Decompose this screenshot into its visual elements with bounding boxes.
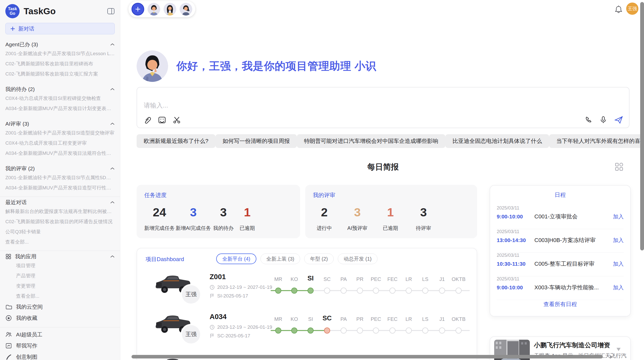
app-item-product-mgmt[interactable]: 产品管理 — [5, 271, 115, 281]
my-apps-label-wrap: 我的应用 — [5, 253, 36, 260]
my-review-title: 我的评审 — [313, 191, 470, 199]
scroll-right-arrow[interactable] — [610, 355, 613, 359]
sidebar-item[interactable]: Z001-全新燃油轻卡产品开发项目SI节点属性5D文件评审 — [5, 173, 115, 183]
section-header-my-todo[interactable]: 我的待办 (2) — [5, 85, 115, 93]
apps-view-all[interactable]: 查看全部... — [5, 291, 115, 301]
milestone-dot — [324, 288, 330, 294]
section-header-recent-chats[interactable]: 最近对话 — [5, 198, 115, 206]
sidebar-item[interactable]: C0X4-动力总成开发项目SI里程碑提交物检查 — [5, 93, 115, 103]
vertical-scrollbar[interactable] — [640, 2, 644, 250]
milestone-label: LS — [422, 316, 428, 322]
section-header-ai-review[interactable]: AI评审 (3) — [5, 120, 115, 128]
section-header-my-apps[interactable]: 我的应用 — [5, 252, 115, 261]
project-owner-badge: 王强 — [182, 285, 200, 304]
milestone-dot — [456, 288, 462, 294]
my-review-card: 我的评审 2 进行中 3 AI预评审 1 已逾期 3 待评审 — [305, 185, 477, 238]
attachment-icon[interactable] — [143, 116, 151, 124]
sidebar-item[interactable]: Z001-全新燃油轻卡产品开发项目SI造型提交物评审 — [5, 128, 115, 138]
join-button[interactable]: 加入 — [613, 213, 624, 220]
section-header-my-review[interactable]: 我的评审 (2) — [5, 164, 115, 173]
assistant-avatar — [137, 50, 168, 82]
sidebar-item[interactable]: C0X4-动力总成开发项目工程变更评审 — [5, 138, 115, 148]
chat-input[interactable] — [144, 100, 525, 111]
project-current-node: SC-2025-05-17 — [210, 333, 250, 339]
suggestion-chips: 欧洲新规最近颁布了什么? 如何写一份清晰的项目周报 特朗普可能对进口汽车增税会对… — [137, 134, 615, 148]
new-chat-button[interactable]: 新对话 — [5, 23, 115, 34]
event-time: 9:00-10:00 — [497, 284, 534, 291]
image-icon[interactable] — [158, 116, 166, 124]
add-session-button[interactable] — [131, 3, 144, 16]
sidebar-collapse-icon[interactable] — [107, 8, 115, 14]
sidebar-item-help-me-write[interactable]: 帮我写作 — [5, 340, 115, 351]
app-item-change-mgmt[interactable]: 变更管理 — [5, 281, 115, 291]
join-button[interactable]: 加入 — [613, 284, 624, 291]
project-row-a034[interactable]: 王强 A034 2023-12-19 ~ 2026-01-19 SC-2025-… — [137, 311, 477, 349]
sidebar-item-cloud-space[interactable]: 我的云空间 — [5, 301, 115, 312]
app-item-project-mgmt[interactable]: 项目管理 — [5, 261, 115, 271]
suggestion-chip[interactable]: 如何写一份清晰的项目周报 — [215, 134, 297, 148]
filter-powertrain[interactable]: 动总开发 (1) — [338, 253, 377, 264]
stat-value: 1 — [244, 205, 251, 219]
filter-all-new-platform[interactable]: 全新平台 (4) — [216, 253, 256, 264]
section-header-agent-done[interactable]: Agent已办 (3) — [5, 40, 115, 49]
milestone-label: KO — [291, 316, 298, 322]
suggestion-chip[interactable]: 比亚迪全固态电池计划具体说了什么 — [445, 134, 549, 148]
milestone-label: OKTB — [452, 316, 465, 322]
milestone-label: MR — [274, 316, 282, 322]
milestone-dot — [439, 327, 445, 334]
project-row-z001[interactable]: 王强 Z001 2023-12-19 ~ 2027-01-19 SI-2025-… — [137, 271, 477, 309]
scroll-down-arrow[interactable] — [617, 348, 621, 351]
sidebar-header: Task Go TaskGo — [5, 4, 115, 19]
suggestion-chip[interactable]: 欧洲新规最近颁布了什么? — [137, 134, 215, 148]
join-button[interactable]: 加入 — [613, 237, 624, 244]
event-name: C003|H0B-方案冻结评审 — [534, 236, 613, 244]
milestone-label: PEC — [371, 316, 381, 322]
sidebar-item[interactable]: A034-全新新能源MUV产品开发项目法规符合性评审 — [5, 148, 115, 158]
dashboard-title: 项目Dashboard — [145, 256, 184, 263]
sidebar-item-ai-super-staff[interactable]: AI超级员工 — [5, 329, 115, 340]
section-label: 我的待办 (2) — [5, 86, 35, 93]
stat-value: 3 — [420, 205, 427, 219]
phone-icon[interactable] — [585, 116, 592, 124]
session-avatar-3[interactable] — [180, 3, 192, 16]
sidebar-item[interactable]: C02-飞腾新能源轻客改款项目立项汇报方案 — [5, 69, 115, 79]
stat-value: 1 — [387, 205, 394, 219]
help-me-write-label: 帮我写作 — [16, 342, 37, 349]
recent-chat-item[interactable]: 公司Q3轻卡销量 — [5, 227, 115, 237]
notifications-bell-icon[interactable] — [614, 5, 623, 14]
session-avatar-1[interactable] — [148, 3, 160, 16]
apps-grid-icon — [5, 253, 11, 260]
sidebar-item-favorites[interactable]: 我的收藏 — [5, 312, 115, 324]
event-name: C005-整车工程目标评审 — [534, 260, 613, 268]
recent-chat-item[interactable]: 解释最新出台的欧盟报废车法规再生塑料比例被调至15%... — [5, 206, 115, 217]
stat-label: 已逾期 — [383, 225, 398, 232]
milestone-dot — [373, 327, 379, 334]
stat-label: 进行中 — [317, 225, 332, 232]
event-time: 10:30-11:30 — [497, 261, 534, 267]
briefing-layout-icon[interactable] — [614, 162, 624, 171]
microphone-icon[interactable] — [599, 116, 607, 124]
suggestion-chip[interactable]: 特朗普可能对进口汽车增税会对中国车企造成哪些影响 — [297, 134, 445, 148]
suggestion-chip[interactable]: 当下年轻人对汽车外观有怎样的喜好趋势 — [549, 134, 644, 148]
event-name: X003-车辆动力学性能验... — [534, 284, 613, 291]
sidebar-item[interactable]: A034-全新新能源MUV产品开发项目造型可行性评审 — [5, 183, 115, 193]
schedule-title: 日程 — [490, 191, 630, 199]
sidebar-item[interactable]: Z001-全新燃油皮卡产品开发项目SI节点Lesson Learn报告 — [5, 49, 115, 59]
sidebar-item-creative-drawing[interactable]: 创意制图 — [5, 351, 115, 360]
session-avatar-2[interactable] — [164, 3, 176, 16]
milestone-dot — [357, 327, 363, 334]
greeting-block: 你好，王强，我是你的项目管理助理 小识 — [137, 50, 376, 82]
scissors-icon[interactable] — [173, 116, 181, 124]
recent-chat-item[interactable]: C02-飞腾新能源轻客改款项目的闭环通告反馈情况 — [5, 217, 115, 227]
recent-view-all[interactable]: 查看全部... — [5, 237, 115, 247]
user-avatar[interactable]: 王强 — [626, 3, 638, 15]
join-button[interactable]: 加入 — [613, 260, 624, 267]
horizontal-scrollbar[interactable] — [131, 355, 603, 358]
filter-new-upfit[interactable]: 全新上装 (3) — [260, 253, 300, 264]
sidebar-item[interactable]: C02-飞腾新能源轻客改款项目里程碑画布 — [5, 59, 115, 69]
sidebar-item[interactable]: A034-全新新能源MUV产品开发项目计划变更表编写 — [5, 103, 115, 114]
filter-model-year[interactable]: 年型 (2) — [304, 253, 334, 264]
send-icon[interactable] — [614, 115, 623, 124]
view-all-schedule-link[interactable]: 查看所有日程 — [490, 301, 630, 308]
milestone-dot — [422, 327, 428, 334]
